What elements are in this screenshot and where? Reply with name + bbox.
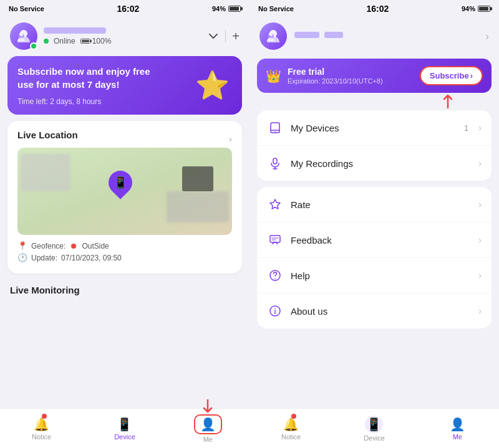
help-label: Help [291,270,471,281]
live-location-card-left[interactable]: Live Location › 📱 📍 Geofence: OutSide 🕐 [7,121,242,274]
nav-notice-right[interactable]: 🔔 Notice [250,409,332,448]
live-location-title-row: Live Location › [17,130,232,148]
dropdown-button-left[interactable] [208,31,219,42]
update-icon: 🕐 [17,253,27,262]
subscribe-banner-left[interactable]: Subscribe now and enjoy free use for at … [7,56,242,115]
menu-item-my-devices[interactable]: My Devices 1 › [257,110,492,146]
svg-rect-9 [273,158,277,164]
online-dot-left [44,39,49,44]
profile-info-right [294,32,478,41]
avatar-right [259,22,287,50]
profile-info-left: Online 100% [44,27,201,45]
svg-rect-6 [271,123,279,133]
free-trial-banner: 👑 Free trial Expiration: 2023/10/10(UTC+… [257,59,492,93]
update-value: 07/10/2023, 09:50 [61,254,122,262]
menu-item-my-recordings[interactable]: My Recordings › [257,146,492,181]
me-label-right: Me [453,433,462,441]
bottom-nav-left: 🔔 Notice 📱 Device 👤 Me [0,408,250,448]
name-bar-2-right [324,32,343,38]
nav-device-right[interactable]: 📱 Device [332,409,415,448]
trial-title: Free trial [288,67,414,77]
nav-me-left[interactable]: 👤 Me [167,409,250,448]
online-label-left: Online [54,37,75,45]
my-devices-badge: 1 [464,123,468,133]
profile-status-left: Online 100% [44,37,201,45]
nav-device-left[interactable]: 📱 Device [83,409,166,448]
help-icon [267,267,283,284]
me-highlight-box: 👤 [194,414,222,434]
mic-icon [267,155,283,171]
red-arrow-left [201,399,214,417]
battery-pct-label-left: 100% [92,37,112,45]
notice-badge-left [42,414,47,419]
nav-me-right[interactable]: 👤 Me [416,409,499,448]
status-time-right: 16:02 [367,4,389,14]
device-icon-right: 📱 [365,416,383,433]
notice-label-left: Notice [32,433,51,441]
svg-rect-12 [270,236,280,242]
notice-icon-left: 🔔 [34,417,49,432]
left-screen: No Service 16:02 94% Online [0,0,250,448]
rate-label: Rate [291,199,471,210]
me-icon-right: 👤 [450,417,465,432]
feedback-label: Feedback [291,235,471,245]
menu-item-help[interactable]: Help › [257,258,492,293]
arrow-spacer [250,100,499,110]
star-icon-left: ⭐ [195,69,230,102]
update-label: Update: [31,254,57,262]
status-right-left: 94% [212,5,241,12]
map-blur-1 [21,154,70,191]
menu-item-rate[interactable]: Rate › [257,187,492,222]
phone-pin-icon: 📱 [114,176,127,189]
svg-point-16 [274,278,276,279]
online-status-dot-left [30,42,37,50]
notice-badge-right [291,414,296,419]
nav-notice-left[interactable]: 🔔 Notice [0,409,83,448]
tablet-icon [267,120,283,136]
svg-point-2 [19,32,23,36]
status-signal-left: No Service [9,5,44,12]
battery-pct-left: 94% [212,5,226,12]
about-us-label: About us [291,306,471,317]
avatar-icon-right [264,27,282,45]
right-screen: No Service 16:02 94% › 👑 [250,0,499,448]
geofence-label: Geofence: [31,242,65,250]
bottom-nav-right: 🔔 Notice 📱 Device 👤 Me [250,408,499,448]
map-info-rows: 📍 Geofence: OutSide 🕐 Update: 07/10/2023… [17,241,232,262]
header-actions-left: + [208,29,240,44]
device-label-left: Device [114,433,135,441]
svg-point-5 [269,32,273,36]
geofence-row: 📍 Geofence: OutSide [17,241,232,250]
my-devices-label: My Devices [291,123,457,133]
notice-label-right: Notice [281,433,301,441]
menu-section-2: Rate › Feedback › [257,187,492,328]
help-chevron: › [478,270,482,280]
status-bar-left: No Service 16:02 94% [0,0,250,17]
svg-point-8 [274,131,276,133]
rate-chevron: › [478,199,482,209]
menu-item-about-us[interactable]: About us › [257,293,492,328]
profile-header-right[interactable]: › [250,17,499,59]
map-blur-2 [167,191,229,222]
battery-pct-right: 94% [462,5,475,12]
status-bar-right: No Service 16:02 94% [250,0,499,17]
add-device-button-left[interactable]: + [232,29,240,44]
info-circle-icon [269,305,281,317]
chevron-down-icon-left [209,33,218,39]
notice-icon-right: 🔔 [283,417,299,432]
trial-expiration: Expiration: 2023/10/10(UTC+8) [288,77,414,85]
name-bar-1-right [294,32,319,38]
crown-icon: 👑 [266,69,281,83]
trial-text: Free trial Expiration: 2023/10/10(UTC+8) [288,67,414,85]
star-outline-icon [269,198,281,211]
svg-point-18 [274,308,276,310]
question-circle-icon [269,269,281,282]
live-monitoring-title: Live Monitoring [0,280,250,298]
map-blur-3 [182,166,213,191]
star-icon-menu [267,196,283,212]
update-row: 🕐 Update: 07/10/2023, 09:50 [17,253,232,262]
map-container-left: 📱 [17,148,232,235]
subscribe-button[interactable]: Subscribe › [420,66,483,85]
device-label-right: Device [364,434,385,442]
menu-item-feedback[interactable]: Feedback › [257,222,492,258]
